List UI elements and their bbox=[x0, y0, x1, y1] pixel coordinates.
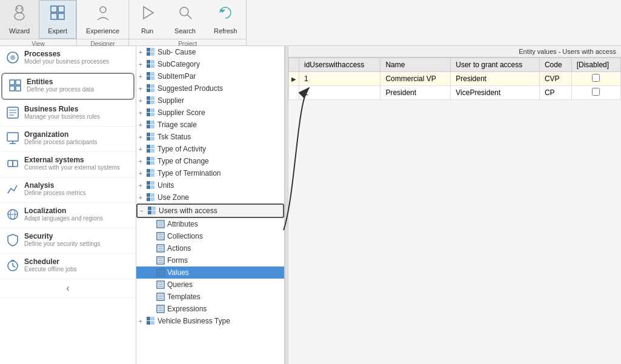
tree-label-actions: Actions bbox=[167, 244, 284, 253]
sidebar-item-organization[interactable]: Organization Define process participants bbox=[0, 127, 136, 152]
tree-panel: +Sub- Cause+SubCategory+SubItemPar+Sugge… bbox=[136, 46, 285, 364]
business-rules-icon bbox=[6, 106, 19, 122]
tree-item-suggested-products[interactable]: +Suggested Products bbox=[136, 82, 284, 94]
scheduler-icon bbox=[6, 259, 19, 275]
svg-rect-62 bbox=[147, 125, 150, 128]
tree-expander-type-of-termination[interactable]: + bbox=[139, 170, 146, 177]
sidebar-item-business-rules[interactable]: Business Rules Manage your business rule… bbox=[0, 101, 136, 127]
localization-text: Localization Adapt languages and regions bbox=[24, 207, 103, 222]
main-layout: Processes Model your business processes … bbox=[0, 46, 621, 364]
tree-label-subitempar: SubItemPar bbox=[158, 72, 284, 81]
svg-rect-56 bbox=[147, 108, 150, 112]
sidebar-item-localization[interactable]: Localization Adapt languages and regions bbox=[0, 203, 136, 228]
tree-item-templates[interactable]: Templates bbox=[136, 291, 284, 303]
cell-disabled-0[interactable] bbox=[571, 72, 620, 86]
cell-disabled-1[interactable] bbox=[571, 86, 620, 100]
experience-label: Experience bbox=[86, 27, 119, 35]
tree-item-subcategory[interactable]: +SubCategory bbox=[136, 58, 284, 70]
cell-id-1: 2 bbox=[299, 86, 380, 100]
tree-item-values[interactable]: Values bbox=[136, 266, 284, 279]
svg-point-10 bbox=[180, 7, 188, 16]
tree-expander-subcategory[interactable]: + bbox=[139, 61, 146, 68]
tree-label-supplier: Supplier bbox=[158, 96, 284, 105]
tree-item-forms[interactable]: Forms bbox=[136, 254, 284, 266]
svg-rect-48 bbox=[147, 84, 150, 88]
tree-expander-type-of-change[interactable]: + bbox=[139, 158, 146, 165]
svg-rect-45 bbox=[151, 72, 154, 76]
tree-item-expressions[interactable]: Expressions bbox=[136, 303, 284, 315]
tree-expander-type-of-activity[interactable]: + bbox=[139, 146, 146, 153]
svg-rect-124 bbox=[147, 317, 150, 320]
tree-expander-use-zone[interactable]: + bbox=[139, 194, 146, 201]
disabled-checkbox-0[interactable] bbox=[592, 74, 600, 82]
tree-item-type-of-termination[interactable]: +Type of Termination bbox=[136, 167, 284, 179]
svg-rect-82 bbox=[147, 185, 150, 189]
experience-icon bbox=[95, 4, 111, 25]
tree-item-vehicle-business-type[interactable]: +Vehicle Business Type bbox=[136, 315, 284, 327]
sidebar-collapse-button[interactable]: ‹ bbox=[0, 279, 136, 298]
svg-point-1 bbox=[16, 7, 18, 10]
svg-rect-59 bbox=[151, 113, 154, 116]
table-row[interactable]: ▶1Commercial VPPresidentCVP bbox=[289, 72, 621, 86]
tree-item-users-with-access[interactable]: −Users with access bbox=[136, 204, 284, 218]
tree-label-collections: Collections bbox=[167, 232, 284, 240]
search-button[interactable]: Search bbox=[165, 0, 205, 39]
tree-item-actions[interactable]: Actions bbox=[136, 242, 284, 254]
tree-label-type-of-termination: Type of Termination bbox=[158, 169, 284, 177]
tree-item-type-of-change[interactable]: +Type of Change bbox=[136, 155, 284, 167]
cell-user-1: VicePresident bbox=[451, 86, 540, 100]
svg-rect-126 bbox=[147, 321, 150, 325]
cell-user-0: President bbox=[451, 72, 540, 86]
tree-icon-users-with-access bbox=[147, 206, 157, 216]
tree-expander-sub-cause[interactable]: + bbox=[139, 49, 146, 56]
tree-label-units: Units bbox=[158, 181, 284, 190]
sidebar-item-external-systems[interactable]: External systems Connect with your exter… bbox=[0, 152, 136, 177]
tree-expander-vehicle-business-type[interactable]: + bbox=[139, 318, 146, 325]
tree-expander-subitempar[interactable]: + bbox=[139, 73, 146, 80]
svg-rect-67 bbox=[151, 137, 154, 141]
tree-expander-supplier[interactable]: + bbox=[139, 98, 146, 104]
refresh-icon bbox=[217, 4, 234, 25]
tree-expander-suggested-products[interactable]: + bbox=[139, 85, 146, 92]
tree-item-collections[interactable]: Collections bbox=[136, 230, 284, 242]
tree-item-supplier[interactable]: +Supplier bbox=[136, 94, 284, 107]
sidebar-item-security[interactable]: Security Define your security settings bbox=[0, 228, 136, 254]
sidebar-item-processes[interactable]: Processes Model your business processes bbox=[0, 46, 136, 71]
organization-title: Organization bbox=[24, 130, 98, 139]
expert-button[interactable]: Expert bbox=[39, 0, 76, 39]
tree-item-queries[interactable]: Queries bbox=[136, 279, 284, 291]
tree-item-subitempar[interactable]: +SubItemPar bbox=[136, 70, 284, 82]
disabled-checkbox-1[interactable] bbox=[592, 88, 600, 96]
svg-point-2 bbox=[21, 7, 23, 10]
sidebar-item-scheduler[interactable]: Scheduler Execute offline jobs bbox=[0, 254, 136, 279]
tree-icon-vehicle-business-type bbox=[146, 316, 156, 326]
tree-item-type-of-activity[interactable]: +Type of Activity bbox=[136, 143, 284, 155]
tree-item-sub-cause[interactable]: +Sub- Cause bbox=[136, 46, 284, 58]
tree-item-triage-scale[interactable]: +Triage scale bbox=[136, 119, 284, 131]
tree-label-type-of-change: Type of Change bbox=[158, 157, 284, 165]
tree-item-attributes[interactable]: Attributes bbox=[136, 218, 284, 230]
run-button[interactable]: Run bbox=[129, 0, 165, 39]
wizard-button[interactable]: Wizard bbox=[0, 0, 39, 39]
svg-rect-83 bbox=[151, 185, 154, 189]
table-row[interactable]: 2PresidentVicePresidentCP bbox=[289, 86, 621, 100]
svg-rect-89 bbox=[152, 207, 156, 210]
sidebar-item-entities[interactable]: Entities Define your process data bbox=[1, 73, 134, 100]
cell-name-1: President bbox=[380, 86, 451, 100]
experience-button[interactable]: Experience bbox=[77, 0, 128, 39]
tree-expander-supplier-score[interactable]: + bbox=[139, 110, 146, 116]
tree-item-use-zone[interactable]: +Use Zone bbox=[136, 191, 284, 204]
sidebar-item-analysis[interactable]: Analysis Define process metrics bbox=[0, 177, 136, 203]
tree-expander-units[interactable]: + bbox=[139, 182, 146, 189]
tree-item-units[interactable]: +Units bbox=[136, 179, 284, 191]
tree-item-tsk-status[interactable]: +Tsk Status bbox=[136, 131, 284, 143]
tree-expander-triage-scale[interactable]: + bbox=[139, 122, 146, 128]
tree-label-triage-scale: Triage scale bbox=[158, 121, 284, 129]
tree-item-supplier-score[interactable]: +Supplier Score bbox=[136, 107, 284, 119]
tree-expander-users-with-access[interactable]: − bbox=[140, 208, 147, 214]
svg-rect-49 bbox=[151, 84, 154, 88]
refresh-button[interactable]: Refresh bbox=[205, 0, 247, 39]
tree-label-queries: Queries bbox=[167, 280, 284, 289]
tree-label-suggested-products: Suggested Products bbox=[158, 84, 284, 93]
tree-expander-tsk-status[interactable]: + bbox=[139, 134, 146, 141]
